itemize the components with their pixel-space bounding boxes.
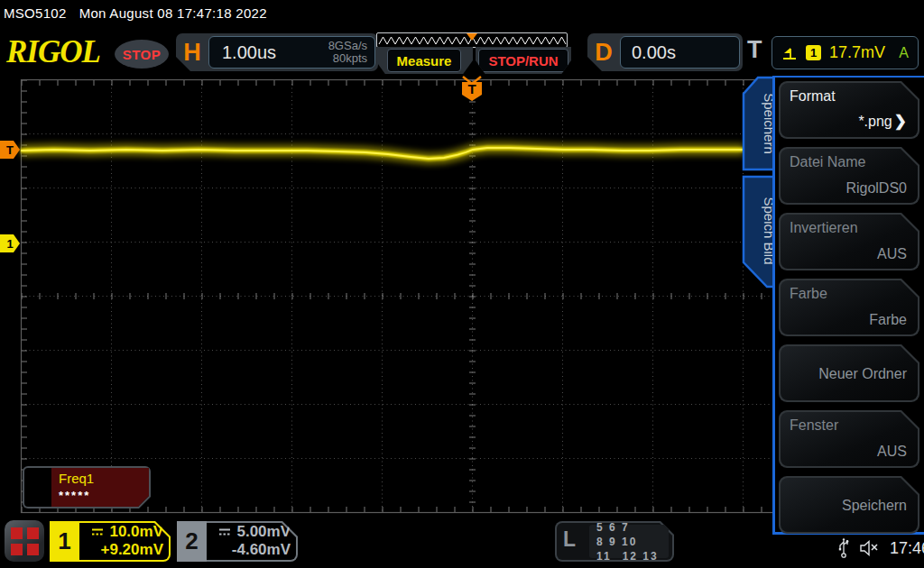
measurement-value: ***** xyxy=(59,489,149,502)
svg-text:T: T xyxy=(467,81,476,96)
dc-coupling-icon xyxy=(90,527,105,536)
logic-analyzer-badge[interactable]: L 0 1 2 34 5 6 7 8 9 10 1112 13 14 15 xyxy=(555,521,674,562)
channel2-badge[interactable]: 2 5.00mV -4.60mV xyxy=(177,521,298,562)
delay-settings[interactable]: D 0.00s xyxy=(587,33,743,71)
trigger-edge-icon xyxy=(781,46,798,60)
quick-menu-button[interactable] xyxy=(5,520,44,562)
menu-item-neuer-ordner[interactable]: Neuer Ordner xyxy=(779,344,919,402)
status-area: 17:46 xyxy=(837,537,924,559)
channel2-number: 2 xyxy=(177,521,207,562)
menu-item-speichern[interactable]: Speichern xyxy=(779,476,919,534)
trigger-level-value: 17.7mV xyxy=(829,43,885,62)
speaker-muted-icon xyxy=(859,539,881,557)
timebase-value: 1.00us xyxy=(209,42,276,63)
rigol-logo: RIGOL xyxy=(6,34,100,70)
menu-item-invertieren[interactable]: Invertieren AUS xyxy=(779,213,919,270)
trigger-settings[interactable]: 1 17.7mV A xyxy=(772,36,919,69)
delay-value: 0.00s xyxy=(621,42,676,63)
clock: 17:46 xyxy=(890,539,924,558)
menu-item-fenster[interactable]: Fenster AUS xyxy=(779,410,919,468)
menu-item-format[interactable]: Format *.png❯ xyxy=(779,81,919,139)
la-channel-list: 0 1 2 34 5 6 7 8 9 10 1112 13 14 15 xyxy=(589,525,669,558)
channel2-scale: 5.00mV xyxy=(236,523,291,540)
channel1-number: 1 xyxy=(50,521,79,562)
trigger-position-preview-icon[interactable] xyxy=(467,33,477,41)
usb-icon xyxy=(837,537,850,559)
channel2-offset: -4.60mV xyxy=(207,541,291,559)
channel1-offset: +9.20mV xyxy=(79,541,163,559)
horizontal-settings[interactable]: H 1.00us 8GSa/s 80kpts xyxy=(176,33,378,71)
measurement-name: Freq1 xyxy=(59,471,149,486)
model-name: MSO5102 xyxy=(4,5,67,21)
channel1-badge[interactable]: 1 10.0mV +9.20mV xyxy=(50,521,171,562)
run-state-badge: STOP xyxy=(115,40,169,69)
acquisition-info: 8GSa/s 80kpts xyxy=(328,40,374,65)
menu-tab-strip: Speichern Speich Bild xyxy=(740,76,776,292)
menu-item-datei-name[interactable]: Datei Name RigolDS0 xyxy=(779,147,919,205)
stoprun-frame: STOP/RUN xyxy=(476,47,571,74)
stop-run-button[interactable]: STOP/RUN xyxy=(478,49,568,72)
submenu-arrow-icon: ❯ xyxy=(894,112,907,131)
t-label: T xyxy=(747,36,762,64)
save-menu-panel: Format *.png❯ Datei Name RigolDS0 Invert… xyxy=(772,76,924,535)
datetime: Mon August 08 17:47:18 2022 xyxy=(79,5,267,21)
trigger-level-marker-label: T xyxy=(6,143,14,157)
d-label: D xyxy=(587,39,620,67)
trigger-sweep-mode: A xyxy=(899,45,909,61)
dc-coupling-icon xyxy=(217,527,232,536)
memory-depth: 80kpts xyxy=(333,51,367,65)
measurement-freq1-box[interactable]: Freq1 ***** xyxy=(23,466,151,508)
trigger-position-marker[interactable]: T xyxy=(460,76,484,103)
trigger-source-badge: 1 xyxy=(806,45,821,60)
titlebar: MSO5102Mon August 08 17:47:18 2022 xyxy=(4,5,280,21)
four-squares-icon xyxy=(11,527,39,555)
menu-item-farbe[interactable]: Farbe Farbe xyxy=(779,279,919,336)
channel1-scale: 10.0mV xyxy=(109,523,163,540)
ch1-ground-marker-label: 1 xyxy=(6,237,13,251)
h-label: H xyxy=(176,39,208,67)
measure-frame: Measure xyxy=(375,47,473,74)
measure-button[interactable]: Measure xyxy=(387,49,462,72)
sample-rate: 8GSa/s xyxy=(328,39,367,52)
la-label: L xyxy=(563,527,576,552)
